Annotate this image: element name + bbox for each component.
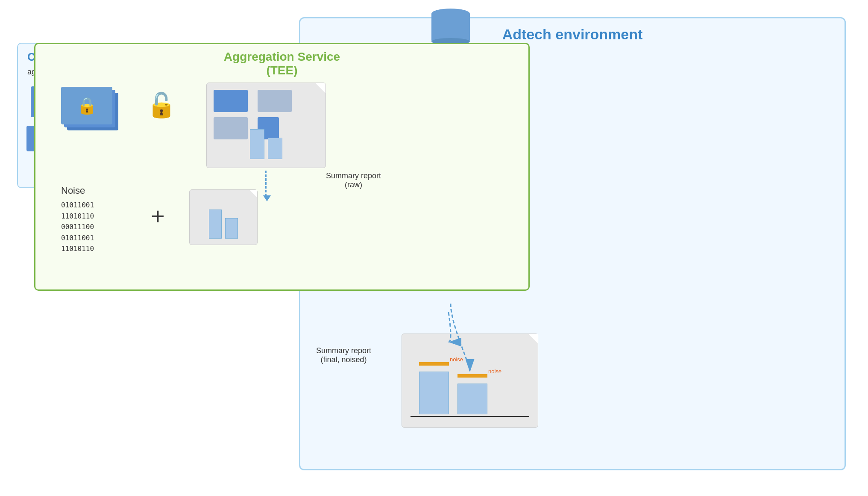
tee-lock-icon: 🔒	[77, 96, 97, 115]
noise-label: Noise	[61, 185, 94, 196]
summary-raw-chart-card	[189, 189, 258, 245]
db-body	[431, 17, 470, 41]
aggregation-label-line1: Aggregation Service	[224, 50, 340, 64]
summary-final-label2: (final, noised)	[316, 355, 371, 364]
aggregation-tee-box: Aggregation Service (TEE) 🔒 🔓	[34, 43, 530, 291]
summary-raw-label1: Summary report	[326, 171, 381, 180]
summary-raw-label2: (raw)	[326, 180, 381, 189]
raw-bar-chart	[250, 129, 282, 159]
noise-bar-top-2	[457, 374, 487, 378]
unlocked-lock-icon: 🔓	[147, 91, 176, 119]
final-card-corner	[528, 334, 538, 343]
chart-card-corner	[249, 190, 257, 198]
db-top	[431, 9, 470, 19]
arrow-raw-down-head	[263, 195, 271, 201]
raw-bar-2	[268, 138, 282, 159]
grid-block-3	[214, 117, 248, 139]
noise-bar-top-1	[419, 362, 449, 366]
card-corner-fold	[315, 83, 326, 93]
aggregation-label-line2: (TEE)	[224, 64, 340, 77]
grid-block-2	[258, 90, 292, 112]
noise-bar-1	[209, 210, 222, 239]
diagram-container: Adtech environment Collection service ag…	[0, 0, 868, 496]
noise-binary: 0101100111010110000111000101100111010110	[61, 200, 94, 254]
raw-bar-1	[250, 129, 264, 159]
summary-final-label1: Summary report	[316, 346, 371, 355]
tee-stack-front: 🔒	[61, 87, 112, 124]
arrow-raw-down	[265, 171, 267, 196]
chart-baseline	[411, 416, 529, 417]
final-bar-area: noise noise	[419, 372, 487, 414]
final-bar-2	[457, 384, 487, 414]
noise-label-1: noise	[450, 356, 463, 363]
summary-final-card: noise noise	[402, 334, 538, 428]
summary-raw-card	[206, 83, 326, 168]
grid-block-1	[214, 90, 248, 112]
final-bar-1-container: noise	[419, 372, 449, 414]
noise-section: Noise 0101100111010110000111000101100111…	[61, 185, 94, 254]
noise-bar-chart	[209, 210, 238, 239]
noise-label-2: noise	[488, 368, 501, 375]
adtech-label: Adtech environment	[502, 26, 643, 43]
final-bar-2-container: noise	[457, 384, 487, 414]
noise-bar-2	[225, 218, 238, 239]
final-bar-1	[419, 372, 449, 414]
aggregation-label-container: Aggregation Service (TEE)	[224, 50, 340, 77]
plus-sign: +	[151, 202, 165, 230]
summary-final-label: Summary report (final, noised)	[316, 346, 371, 364]
summary-raw-label: Summary report (raw)	[326, 171, 381, 189]
